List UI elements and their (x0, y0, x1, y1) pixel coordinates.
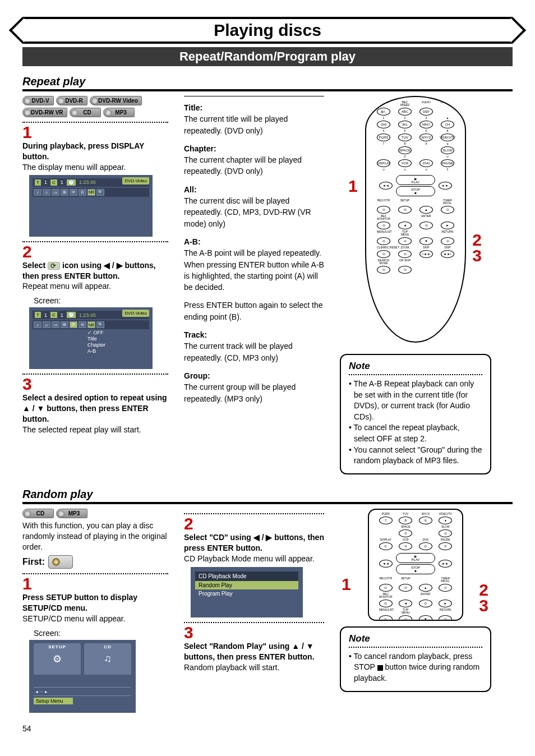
repeat-step2-body: Select icon using ◀ / ▶ buttons, then pr… (22, 260, 168, 292)
osd1-clock: 1:23:45 (79, 179, 96, 185)
page-title: Playing discs (214, 21, 321, 40)
dvd-insert-icon (48, 555, 73, 569)
repeat-step1-num: 1 (22, 124, 168, 141)
random-step3-body: Select "Random Play" using ▲ / ▼ buttons… (184, 641, 324, 673)
random-screen-label: Screen: (34, 629, 168, 638)
random-note-box: Note To cancel random playback, press ST… (340, 626, 491, 692)
repeat-screen-label: Screen: (34, 296, 168, 305)
badge-mp3-2: MP3 (56, 509, 87, 518)
osd1-cv: 1 (61, 179, 63, 185)
remote1-call3: 3 (472, 246, 482, 265)
remote2-call1: 1 (342, 575, 351, 594)
osd1-t: T (35, 179, 41, 186)
repeat-step1-text: The display menu will appear. (22, 163, 126, 172)
repeat-step3-bold: Select a desired option to repeat using … (22, 393, 167, 423)
desc-group: Group:The current group will be played r… (184, 370, 324, 404)
desc-track: Track:The current track will be played r… (184, 329, 324, 363)
desc-chapter: Chapter:The current chapter will be play… (184, 143, 324, 177)
badge-cd: CD (70, 108, 101, 117)
cd-playback-menu: CD Playback Mode Random Play Program Pla… (191, 567, 303, 617)
repeat-step2-a: Select (22, 261, 48, 270)
repeat-heading: Repeat play (22, 75, 513, 91)
random-step1-body: Press SETUP button to display SETUP/CD m… (22, 592, 168, 624)
random-step1-num: 1 (22, 575, 168, 592)
osd2-menu: OFF Title Chapter A-B (87, 330, 105, 354)
osd-2: DVD-Video T 1 C 1 🕐 1:23:45 ♪☼▭⊞⟳⊙NR🔍 OF… (29, 307, 153, 369)
repeat-step2-text: Repeat menu will appear. (22, 282, 111, 291)
divider (22, 122, 168, 123)
desc-ab2: Press ENTER button again to select the e… (184, 299, 324, 322)
osd1-tv: 1 (44, 179, 47, 185)
divider (22, 374, 168, 375)
badge-dvd-rw-vr: DVD-RW VR (22, 108, 67, 117)
desc-ab: A-B:The A-B point will be played repeate… (184, 236, 324, 293)
random-step3-num: 3 (184, 624, 324, 641)
osd1-label: DVD-Video (122, 177, 149, 185)
repeat-step1-body: During playback, press DISPLAY button. T… (22, 141, 168, 173)
remote1-call1: 1 (348, 177, 358, 196)
random-intro: With this function, you can play a disc … (22, 520, 168, 552)
random-first-label: First: (22, 557, 45, 567)
random-badges: CD MP3 (22, 509, 168, 518)
desc-all: All:The current disc will be played repe… (184, 184, 324, 229)
repeat-step1-bold: During playback, press DISPLAY button. (22, 141, 144, 161)
repeat-step3-num: 3 (22, 376, 168, 393)
setup-menu: SETUP⚙ CD♫ ◄ ··· ► Setup Menu (29, 640, 136, 713)
repeat-step2-num: 2 (22, 243, 168, 260)
random-step2-body: Select "CD" using ◀ / ▶ buttons, then pr… (184, 532, 324, 564)
badge-dvd-r: DVD-R (56, 96, 87, 105)
random-heading: Random play (22, 488, 513, 504)
osd2-label: DVD-Video (122, 310, 149, 317)
page-number: 54 (22, 724, 513, 733)
random-note-title: Note (349, 633, 482, 644)
badge-cd-2: CD (22, 509, 54, 518)
badge-mp3: MP3 (103, 108, 135, 117)
badge-dvd-rw-video: DVD-RW Video (90, 96, 142, 105)
random-step2-num: 2 (184, 515, 324, 532)
repeat-step2-b: icon using (60, 261, 104, 270)
repeat-note-box: Note The A-B Repeat playback can only be… (340, 354, 491, 474)
remote-2: PQRSTUVWXYZVIDEO/TV789●SPACESLOW0⊙DISPLA… (368, 509, 463, 621)
repeat-badges: DVD-V DVD-R DVD-RW Video DVD-RW VR CD MP… (22, 96, 168, 117)
repeat-icon (48, 262, 60, 270)
section-bar: Repeat/Random/Program play (22, 47, 513, 66)
remote2-call3: 3 (479, 596, 488, 615)
random-note-body: To cancel random playback, press STOP bu… (349, 651, 482, 684)
osd1-c: C (50, 179, 57, 186)
osd1-icons: ♪☼▭⊞⟳⊙NR🔍 (33, 188, 149, 197)
remote-1: 1 2 3 POWERREC SPEEDAUDIOOPEN/CLOSE@/_AB… (365, 96, 466, 348)
desc-title: Title:The current title will be played r… (184, 102, 324, 136)
divider (22, 241, 168, 242)
osd-1: DVD-Video T 1 C 1 🕐 1:23:45 ♪☼▭⊞⟳⊙NR🔍 (29, 175, 153, 237)
repeat-step3-body: Select a desired option to repeat using … (22, 393, 168, 435)
repeat-step3-text: The selected repeat play will start. (22, 425, 141, 434)
page-title-bar: Playing discs (22, 17, 513, 44)
repeat-note-body: The A-B Repeat playback can only be set … (349, 379, 482, 467)
repeat-note-title: Note (349, 361, 482, 372)
badge-dvd-v: DVD-V (22, 96, 54, 105)
